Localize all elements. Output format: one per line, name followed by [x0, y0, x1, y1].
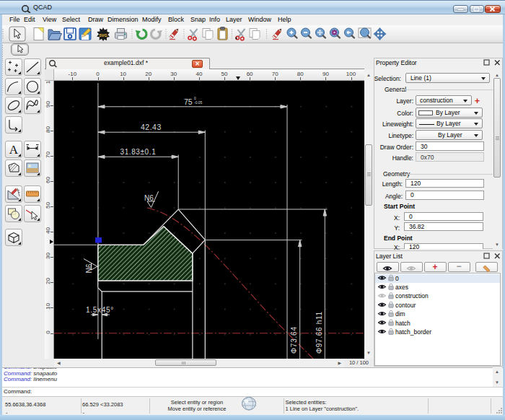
svg-text:Φ73.64: Φ73.64 [290, 326, 298, 354]
svg-text:N6: N6 [144, 194, 154, 202]
svg-text:Φ97.66 h11: Φ97.66 h11 [315, 311, 323, 354]
svg-text:-0.05: -0.05 [194, 100, 203, 105]
svg-text:SVG: SVG [99, 33, 107, 38]
svg-text:0: 0 [194, 96, 196, 100]
svg-text:A: A [9, 143, 19, 157]
svg-text:42.43: 42.43 [141, 123, 162, 131]
svg-text:1.5x45°: 1.5x45° [86, 306, 114, 314]
svg-text:31.83±0.1: 31.83±0.1 [120, 148, 157, 156]
svg-text:75: 75 [184, 97, 193, 106]
